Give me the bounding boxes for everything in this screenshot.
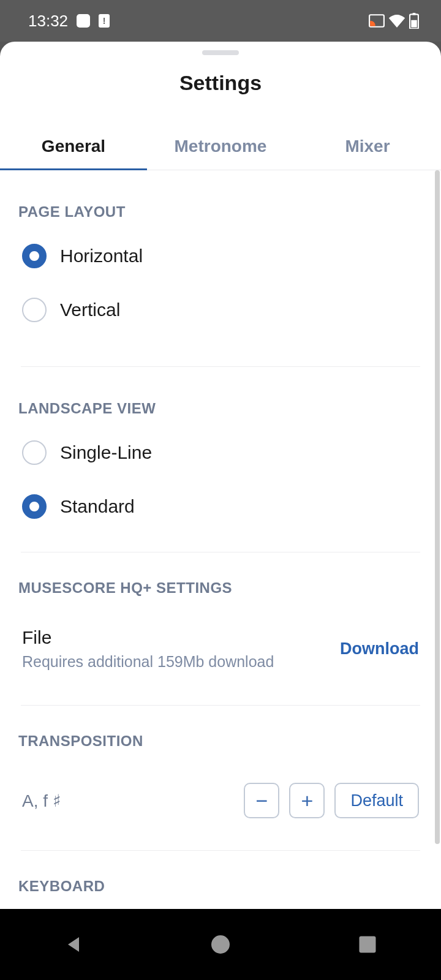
transposition-row: A, f ♯ − + Default [0,758,441,826]
section-landscape-view: LANDSCAPE VIEW [0,367,441,426]
radio-single-line[interactable]: Single-Line [0,426,441,480]
settings-sheet: Settings General Metronome Mixer PAGE LA… [0,42,441,909]
svg-rect-5 [360,937,376,953]
status-right [369,13,419,29]
section-transposition: TRANSPOSITION [0,706,441,758]
home-icon[interactable] [209,933,232,956]
transposition-value: A, f ♯ [22,791,234,811]
status-bar: 13:32 ! [0,0,441,42]
hq-file-title: File [22,627,340,648]
radio-icon [22,298,47,322]
status-left: 13:32 ! [28,12,110,31]
settings-content[interactable]: PAGE LAYOUT Horizontal Vertical LANDSCAP… [0,170,441,903]
radio-icon [22,440,47,465]
svg-rect-2 [413,13,416,15]
back-icon[interactable] [62,933,85,956]
battery-icon [409,13,419,29]
minus-icon: − [256,789,268,813]
hq-file-sub: Requires additional 159Mb download [22,653,340,671]
radio-icon [22,244,47,268]
tabs: General Metronome Mixer [0,123,441,170]
wifi-icon [388,14,405,28]
scroll-indicator [435,170,440,844]
tab-metronome[interactable]: Metronome [147,123,294,170]
radio-icon [22,494,47,519]
download-button[interactable]: Download [340,639,419,658]
drag-handle[interactable] [202,50,239,55]
default-button[interactable]: Default [334,783,419,818]
status-time: 13:32 [28,12,68,31]
tab-mixer[interactable]: Mixer [294,123,441,170]
minus-button[interactable]: − [244,783,279,818]
android-nav-bar [0,909,441,980]
tab-general[interactable]: General [0,123,147,170]
recent-icon[interactable] [356,933,379,956]
radio-horizontal[interactable]: Horizontal [0,229,441,283]
section-page-layout: PAGE LAYOUT [0,170,441,229]
radio-vertical[interactable]: Vertical [0,283,441,337]
svg-rect-3 [411,20,417,28]
hq-file-row: File Requires additional 159Mb download … [0,605,441,680]
plus-icon: + [301,789,314,813]
notification-icon [77,14,90,28]
section-keyboard: KEYBOARD [0,851,441,903]
cast-icon [369,14,385,28]
radio-standard[interactable]: Standard [0,480,441,533]
page-title: Settings [0,71,441,95]
plus-button[interactable]: + [289,783,325,818]
sim-alert-icon: ! [99,14,110,28]
section-hq: MUSESCORE HQ+ SETTINGS [0,552,441,605]
svg-point-4 [211,935,230,954]
